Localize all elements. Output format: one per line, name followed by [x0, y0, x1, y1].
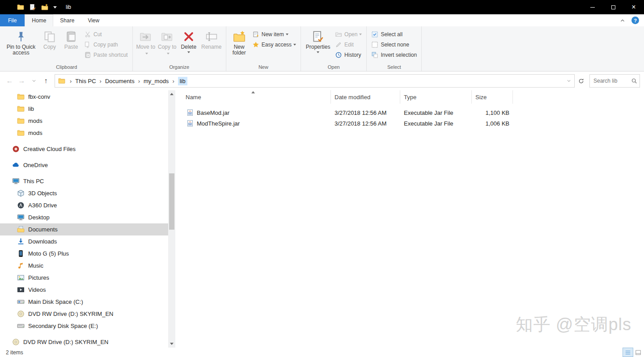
sidebar-item-pictures[interactable]: Pictures — [0, 272, 175, 284]
recent-locations-button[interactable] — [28, 75, 40, 87]
qat-properties-icon[interactable] — [29, 4, 36, 11]
breadcrumb-lib[interactable]: lib — [178, 77, 187, 85]
new-item-label: New item — [262, 31, 284, 38]
maximize-button[interactable] — [603, 0, 623, 14]
paste-button: Paste — [61, 28, 81, 63]
help-icon[interactable]: ? — [631, 17, 639, 24]
delete-icon — [182, 30, 195, 43]
crumb-separator-icon[interactable]: › — [138, 78, 140, 84]
edit-label: Edit — [344, 42, 354, 48]
sidebar-item-music[interactable]: Music — [0, 260, 175, 272]
delete-dropdown-icon — [187, 51, 190, 53]
file-type: Executable Jar File — [400, 109, 472, 116]
sidebar-scrollbar[interactable] — [168, 90, 175, 348]
sidebar-item-main-disk-c[interactable]: Main Disk Space (C:) — [0, 296, 175, 308]
sidebar-item-3d-objects[interactable]: 3D Objects — [0, 187, 175, 199]
sidebar-item-mods[interactable]: mods — [0, 115, 175, 127]
sidebar-item-secondary-disk-e[interactable]: Secondary Disk Space (E:) — [0, 320, 175, 332]
sidebar-item-label: Documents — [28, 226, 58, 233]
rename-icon — [205, 30, 218, 43]
qat-new-folder-icon[interactable] — [41, 4, 48, 11]
scroll-down-icon[interactable] — [170, 343, 174, 345]
navigation-pane: fbx-conv lib mods mods Creative Cloud Fi… — [0, 90, 175, 348]
sidebar-item-mods-2[interactable]: mods — [0, 127, 175, 139]
collapse-ribbon-icon[interactable] — [619, 17, 626, 24]
file-size: 1,006 KB — [472, 120, 513, 127]
ribbon-group-open: Properties Open Edit History — [301, 26, 367, 71]
up-button[interactable]: ↑ — [40, 75, 52, 87]
copy-label: Copy — [43, 44, 56, 50]
phone-icon — [17, 250, 25, 257]
sidebar-item-label: Moto G (5) Plus — [28, 250, 69, 257]
column-header-size[interactable]: Size — [472, 90, 513, 104]
select-all-label: Select all — [381, 31, 402, 38]
paste-shortcut-icon — [84, 51, 91, 59]
tab-view[interactable]: View — [81, 14, 106, 26]
paste-shortcut-label: Paste shortcut — [93, 52, 128, 58]
invert-selection-button[interactable]: Invert selection — [369, 50, 419, 60]
sidebar-item-a360-drive[interactable]: A360 Drive — [0, 199, 175, 211]
details-view-icon — [625, 349, 631, 356]
copy-icon — [43, 30, 56, 43]
delete-button[interactable]: Delete — [178, 28, 199, 63]
column-header-type[interactable]: Type — [400, 90, 472, 104]
sidebar-item-label: lib — [28, 105, 34, 112]
scrollbar-thumb[interactable] — [169, 173, 174, 230]
tab-home[interactable]: Home — [25, 14, 53, 26]
invert-selection-icon — [371, 51, 378, 59]
minimize-button[interactable] — [582, 0, 603, 14]
address-box[interactable]: › This PC › Documents › my_mods › lib — [55, 74, 575, 88]
sidebar-item-label: Music — [28, 262, 43, 269]
tab-share[interactable]: Share — [53, 14, 81, 26]
address-dropdown-icon[interactable] — [566, 78, 572, 84]
breadcrumb-this-pc[interactable]: This PC — [75, 78, 96, 84]
chevron-down-icon — [31, 78, 37, 84]
sidebar-item-creative-cloud-files[interactable]: Creative Cloud Files — [0, 143, 175, 155]
sidebar-item-onedrive[interactable]: OneDrive — [0, 159, 175, 171]
onedrive-cloud-icon — [12, 161, 20, 169]
properties-button[interactable]: Properties — [304, 28, 332, 63]
file-row-modthespire[interactable]: ModTheSpire.jar 3/27/2018 12:56 AM Execu… — [175, 118, 644, 129]
breadcrumb-my-mods[interactable]: my_mods — [144, 78, 169, 84]
sidebar-item-fbx-conv[interactable]: fbx-conv — [0, 91, 175, 103]
crumb-separator-icon[interactable]: › — [172, 78, 174, 84]
sidebar-item-desktop[interactable]: Desktop — [0, 211, 175, 223]
select-all-button[interactable]: Select all — [369, 29, 419, 39]
window-title: lib — [66, 4, 71, 10]
crumb-separator-icon[interactable]: › — [100, 78, 102, 84]
column-headers: Name Date modified Type Size — [175, 90, 644, 104]
column-header-date-modified[interactable]: Date modified — [331, 90, 400, 104]
search-input[interactable] — [593, 78, 631, 84]
new-folder-icon — [233, 30, 246, 43]
sidebar-item-downloads[interactable]: Downloads — [0, 235, 175, 248]
scroll-up-icon[interactable] — [170, 93, 174, 95]
new-folder-button[interactable]: New folder — [229, 28, 250, 63]
new-item-button[interactable]: New item — [250, 29, 298, 39]
sidebar-item-label: Pictures — [28, 274, 49, 281]
tab-file[interactable]: File — [0, 14, 25, 26]
file-row-basemod[interactable]: BaseMod.jar 3/27/2018 12:56 AM Executabl… — [175, 107, 644, 118]
thumbnails-view-button[interactable] — [633, 348, 643, 357]
sidebar-item-lib[interactable]: lib — [0, 103, 175, 115]
details-view-button[interactable] — [623, 348, 633, 357]
sidebar-item-videos[interactable]: Videos — [0, 284, 175, 296]
sidebar-item-moto-g5-plus[interactable]: Moto G (5) Plus — [0, 248, 175, 260]
sidebar-item-documents[interactable]: Documents — [0, 223, 175, 235]
crumb-separator-icon: › — [70, 78, 72, 84]
history-button[interactable]: History — [333, 50, 364, 60]
breadcrumb-documents[interactable]: Documents — [105, 78, 135, 84]
close-button[interactable]: × — [623, 0, 644, 14]
easy-access-button[interactable]: Easy access — [250, 39, 298, 50]
search-icon[interactable] — [631, 78, 637, 84]
sidebar-item-this-pc[interactable]: This PC — [0, 175, 175, 187]
pin-to-quick-access-button[interactable]: Pin to Quick access — [4, 28, 38, 63]
sidebar-item-dvd-rw-drive-d[interactable]: DVD RW Drive (D:) SKYRIM_EN — [0, 308, 175, 320]
new-item-icon — [252, 31, 259, 38]
paste-label: Paste — [64, 44, 78, 50]
back-button: ← — [4, 75, 16, 87]
sidebar-item-dvd-rw-drive-d-2[interactable]: DVD RW Drive (D:) SKYRIM_EN — [0, 336, 175, 348]
qat-customize-chevron-icon[interactable] — [53, 6, 57, 8]
refresh-button[interactable] — [575, 75, 587, 87]
folder-icon — [17, 105, 25, 113]
select-none-button[interactable]: Select none — [369, 39, 419, 50]
